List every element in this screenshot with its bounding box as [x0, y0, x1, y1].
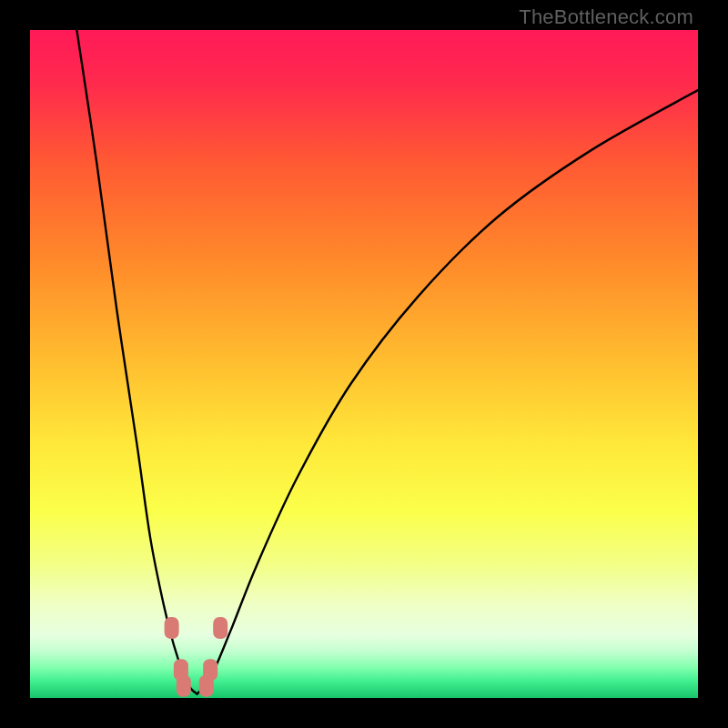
bottleneck-marker [165, 617, 179, 639]
bottleneck-curve [30, 30, 698, 698]
chart-plot-area-frame [30, 30, 698, 698]
watermark-text: TheBottleneck.com [519, 5, 693, 29]
bottleneck-marker [177, 675, 191, 697]
curve-left-branch [76, 30, 197, 694]
curve-right-branch [197, 90, 699, 694]
bottleneck-marker [213, 617, 228, 639]
bottleneck-markers-group [165, 617, 228, 697]
bottleneck-marker [203, 659, 217, 681]
